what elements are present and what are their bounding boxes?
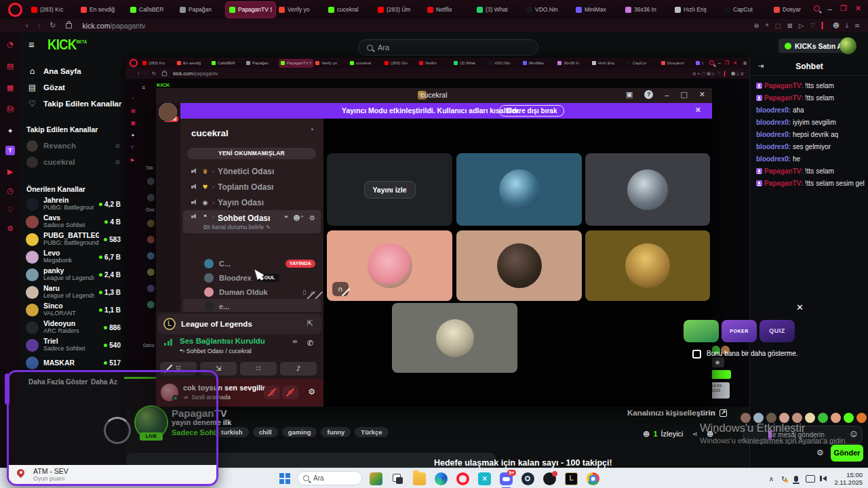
chat-settings-icon[interactable]: ⚙ (816, 448, 824, 458)
activity-game-card[interactable]: POKER (722, 320, 757, 342)
voice-member[interactable]: C... YAYINDA ▯ ▱ (183, 256, 321, 270)
video-tile[interactable] (585, 153, 710, 226)
url-text[interactable]: kick.com/papagantv (173, 70, 218, 77)
close-button[interactable]: ✕ (699, 90, 705, 99)
instagram-icon[interactable]: ▦ (5, 83, 15, 93)
volume-tray-icon[interactable] (823, 476, 827, 481)
user-avatar[interactable] (840, 37, 856, 54)
browser-tab[interactable]: VDO.Nin (486, 59, 521, 68)
pin-icon[interactable]: ⌖ (765, 21, 768, 29)
recommended-channel-item[interactable]: NaruLeague of Legends 1,3 B (20, 283, 125, 301)
messenger-icon[interactable]: ▤ (5, 62, 15, 71)
stream-tag[interactable]: gaming (282, 427, 317, 437)
recommended-channel-item[interactable]: CavsSadece Sohbet 4 B (20, 213, 125, 230)
stream-tag[interactable]: chill (253, 427, 278, 437)
file-explorer-icon[interactable] (413, 472, 426, 485)
opera-logo-icon[interactable] (8, 3, 22, 17)
activity-game-card[interactable] (684, 320, 719, 342)
back-button[interactable]: ‹ (26, 21, 28, 30)
recommended-channel-item[interactable]: TrielSadece Sohbet 540 (20, 336, 125, 354)
browser-tab[interactable]: Dosyanız (659, 59, 694, 68)
emoji-picker-icon[interactable]: ☺ (850, 430, 857, 438)
emote-icon[interactable] (779, 413, 789, 423)
browser-tab[interactable]: En sevdiğ (175, 59, 210, 68)
chat-message[interactable]: PapaganTV: !tts selam (756, 92, 865, 104)
voice-channel-item[interactable]: ❝ › Sohbet Odası ❝ ☻⁺ ⚙ Bir kanal durumu… (183, 210, 321, 233)
steam-icon[interactable] (521, 472, 534, 485)
channel-settings-icon[interactable]: ⚙ (309, 214, 315, 222)
url-text[interactable]: kick.com/papagantv (83, 22, 146, 30)
close-button[interactable]: ✕ (855, 4, 861, 13)
browser-tab[interactable]: PapaganTV Stre (226, 2, 275, 18)
sidebar-nav-item[interactable]: ♡ Takip Edilen Kanallar (20, 96, 125, 112)
kick-logo[interactable]: KICKBETA (47, 36, 87, 53)
profile-icon[interactable]: ☻ (833, 22, 840, 29)
recommended-channel-item[interactable]: VideoyunARC Raiders 886 (20, 319, 125, 336)
add-person-icon[interactable]: ☻⁺ (707, 430, 717, 438)
chat-message[interactable]: bloodrex0: aha (756, 104, 865, 117)
inbox-icon[interactable]: ▣ (626, 90, 633, 99)
hamburger-icon[interactable]: ≡ (142, 84, 145, 91)
promo-close-icon[interactable]: ✕ (796, 302, 804, 312)
voice-channel-item[interactable]: ♥ › Toplantı Odası ❝ ☻⁺ ⚙ ✎ (183, 179, 321, 195)
task-view-icon[interactable] (391, 472, 404, 485)
minimize-button[interactable]: – (665, 91, 669, 99)
browser-tab[interactable]: (283) Üm (374, 2, 424, 18)
video-tile[interactable] (585, 230, 710, 301)
voice-channel-path[interactable]: ❝› Sohbet Odası / cucekral (180, 348, 252, 354)
settings-icon[interactable]: ⚙ (5, 224, 15, 234)
browser-tab[interactable]: (283) Kıc (140, 59, 175, 68)
edge-icon[interactable] (435, 472, 448, 485)
followed-channel-item[interactable]: Revanch ⊘ (20, 138, 125, 154)
chat-message[interactable]: bloodrex0: ses gelmiyor (756, 141, 865, 153)
capture-toast[interactable]: 14:592025 (709, 382, 730, 399)
browser-tab[interactable]: Hızlı Eriş (590, 59, 625, 68)
forward-button[interactable]: › (38, 21, 41, 30)
close-box-icon[interactable]: ⊠ (787, 22, 793, 29)
search-tabs-icon[interactable] (814, 5, 820, 12)
invite-member-icon[interactable]: ☻⁺ (293, 214, 304, 222)
chrome-icon[interactable] (587, 472, 599, 485)
browser-tab[interactable]: CapCut (625, 59, 659, 68)
browser-tab[interactable]: (283) Kıc (28, 2, 77, 18)
browser-tab[interactable]: 36x36 In (555, 59, 590, 68)
chat-app-icon[interactable]: Ⓜ (5, 105, 15, 115)
browser-tab[interactable]: Papağan (244, 59, 279, 68)
chat-message[interactable]: PapaganTV: !tts selam (756, 80, 865, 92)
snapshot-icon[interactable]: ⬚ (775, 22, 781, 29)
banner-close-icon[interactable]: ✕ (695, 106, 701, 115)
voice-channel-item[interactable]: ♛ › Yönetici Odası ❝ ☻⁺ ⚙ ✎ (183, 163, 321, 179)
browser-tab[interactable]: CallsBER (210, 59, 244, 68)
play-icon[interactable]: ▷ (799, 22, 804, 29)
hamburger-icon[interactable]: ≡ (28, 39, 35, 50)
start-button[interactable] (279, 473, 290, 484)
video-tile[interactable] (456, 230, 582, 301)
customize-channel-button[interactable]: Kanalınızı kişiselleştirin ↗ (627, 409, 727, 417)
close-button[interactable]: ✕ (733, 60, 737, 66)
vdo-ninja-icon[interactable]: ✕ (478, 472, 491, 485)
followed-channel-item[interactable]: cucekral ⊘ (20, 154, 125, 170)
chat-message[interactable]: bloodrex0: he (756, 153, 865, 165)
share-icon[interactable]: ⋖ (692, 430, 698, 438)
recommended-channel-item[interactable]: PUBG_BATTLEGR...PUBG: Battlegrounds 583 (20, 230, 125, 248)
browser-tab[interactable]: Verify yo (313, 59, 348, 68)
server-name[interactable]: cucekral (191, 128, 229, 138)
clock[interactable]: 15:002.11.2025 (834, 471, 863, 486)
restore-button[interactable]: ❐ (725, 60, 729, 66)
restore-button[interactable]: ❐ (840, 4, 847, 13)
recommended-channel-item[interactable]: JahreinPUBG: Battlegrounds 4,2 B (20, 195, 125, 213)
activity-card[interactable]: L League of Legends ⇱ (158, 314, 321, 334)
dont-show-checkbox[interactable] (692, 350, 701, 359)
minimize-button[interactable]: – (828, 5, 832, 13)
user-settings-icon[interactable]: ⚙ (308, 387, 315, 396)
browser-tab[interactable]: Çevrimiçi (694, 59, 703, 68)
twitch-icon[interactable]: T (5, 146, 15, 155)
browser-tab[interactable]: VDO.Nin (523, 2, 572, 18)
reload-button[interactable]: ↻ (50, 21, 56, 30)
help-icon[interactable]: ? (644, 90, 653, 99)
browser-tab[interactable]: PapaganTV Stre (279, 59, 313, 68)
watch-stream-button[interactable]: Yayını izle (363, 181, 415, 199)
recommended-channel-item[interactable]: SincoVALORANT 1,1 B (20, 301, 125, 319)
lock-icon[interactable] (66, 23, 72, 28)
stream-tag[interactable]: funny (321, 427, 351, 437)
